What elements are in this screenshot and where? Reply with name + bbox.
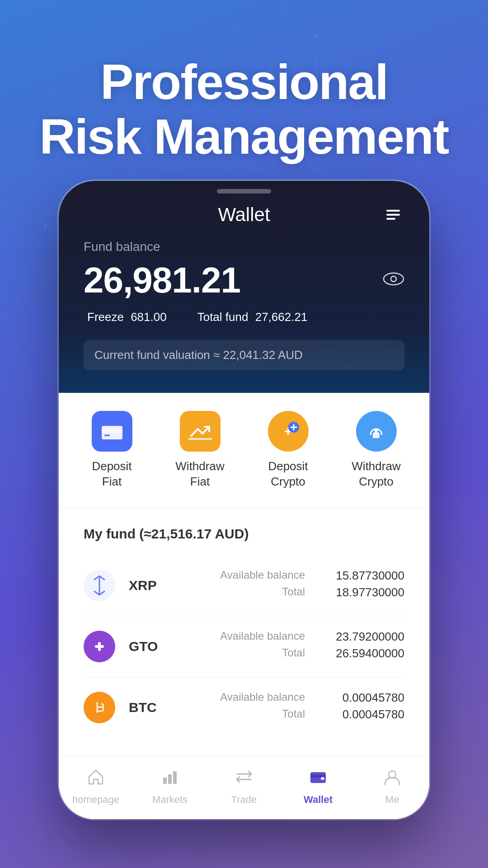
- xrp-symbol: XRP: [129, 578, 188, 593]
- nav-me-label: Me: [385, 794, 399, 806]
- svg-rect-17: [386, 218, 395, 220]
- xrp-total-value: 18.97730000: [314, 585, 404, 599]
- nav-homepage[interactable]: homepage: [66, 768, 125, 806]
- nav-markets[interactable]: Markets: [141, 768, 199, 806]
- deposit-fiat-button[interactable]: DepositFiat: [76, 411, 148, 490]
- btc-fund-item[interactable]: BTC Available balance 0.00045780 Total 0…: [84, 677, 404, 738]
- bottom-nav: homepage Markets: [59, 756, 429, 819]
- svg-point-41: [389, 771, 396, 778]
- phone-notch: [217, 189, 271, 193]
- svg-rect-28: [375, 429, 378, 434]
- freeze-detail: Freeze 681.00: [84, 310, 167, 324]
- btc-symbol: BTC: [129, 700, 188, 715]
- xrp-icon: [84, 570, 115, 601]
- wallet-dark-section: Wallet Fund balance 26,981.21: [59, 181, 429, 393]
- svg-rect-16: [386, 214, 400, 216]
- menu-icon[interactable]: [382, 203, 404, 226]
- xrp-fund-item[interactable]: XRP Available balance 15.87730000 Total …: [84, 555, 404, 616]
- nav-wallet-label: Wallet: [304, 794, 333, 806]
- xrp-total-label: Total: [282, 585, 305, 599]
- gto-fund-item[interactable]: GTO Available balance 23.79200000 Total …: [84, 616, 404, 677]
- withdraw-crypto-label: WithdrawCrypto: [352, 459, 400, 490]
- trade-icon: [235, 768, 253, 790]
- nav-markets-label: Markets: [152, 794, 188, 806]
- xrp-balances: Available balance 15.87730000 Total 18.9…: [220, 569, 404, 602]
- wallet-icon: [309, 768, 327, 790]
- actions-row: DepositFiat WithdrawFiat +: [59, 393, 429, 508]
- wallet-header: Wallet: [84, 203, 404, 226]
- gto-available-value: 23.79200000: [314, 630, 404, 644]
- svg-rect-21: [102, 429, 122, 433]
- nav-homepage-label: homepage: [72, 794, 119, 806]
- xrp-available-label: Available balance: [220, 569, 305, 583]
- btc-icon: [84, 692, 115, 723]
- svg-rect-37: [173, 771, 177, 784]
- gto-available-label: Available balance: [220, 630, 305, 644]
- svg-point-14: [361, 370, 429, 393]
- btc-total-value: 0.00045780: [314, 708, 404, 722]
- deposit-crypto-icon: +: [268, 411, 309, 452]
- svg-rect-31: [98, 642, 101, 651]
- nav-me[interactable]: Me: [363, 768, 422, 806]
- fund-balance-row: 26,981.21: [84, 259, 404, 301]
- svg-rect-36: [168, 774, 172, 784]
- svg-rect-22: [104, 434, 110, 436]
- home-icon: [87, 768, 105, 790]
- withdraw-fiat-icon: [180, 411, 221, 452]
- phone-mockup: Wallet Fund balance 26,981.21: [59, 181, 429, 819]
- deposit-crypto-button[interactable]: + DepositCrypto: [252, 411, 324, 490]
- btc-available-value: 0.00045780: [314, 691, 404, 705]
- xrp-available-value: 15.87730000: [314, 569, 404, 583]
- eye-icon[interactable]: [383, 271, 404, 290]
- deposit-fiat-icon: [92, 411, 132, 452]
- deposit-fiat-label: DepositFiat: [92, 459, 131, 490]
- my-fund-section: My fund (≈21,516.17 AUD) XRP Available b…: [59, 508, 429, 756]
- btc-total-label: Total: [282, 708, 305, 722]
- withdraw-crypto-icon: [356, 411, 397, 452]
- fund-balance-label: Fund balance: [84, 240, 404, 254]
- btc-balances: Available balance 0.00045780 Total 0.000…: [220, 691, 404, 724]
- my-fund-title: My fund (≈21,516.17 AUD): [84, 526, 404, 542]
- gto-total-value: 26.59400000: [314, 646, 404, 660]
- svg-point-13: [316, 361, 429, 393]
- svg-rect-35: [163, 778, 167, 784]
- svg-point-18: [384, 273, 404, 285]
- svg-rect-15: [386, 210, 400, 212]
- gto-balances: Available balance 23.79200000 Total 26.5…: [220, 630, 404, 663]
- wallet-title: Wallet: [106, 204, 382, 226]
- fund-amount: 26,981.21: [84, 259, 240, 301]
- page-title: Professional Risk Management: [0, 54, 488, 164]
- withdraw-crypto-button[interactable]: WithdrawCrypto: [340, 411, 413, 490]
- nav-trade[interactable]: Trade: [215, 768, 273, 806]
- btc-available-label: Available balance: [220, 691, 305, 705]
- phone-screen: Wallet Fund balance 26,981.21: [59, 181, 429, 819]
- nav-wallet[interactable]: Wallet: [289, 768, 347, 806]
- gto-icon: [84, 631, 115, 662]
- withdraw-fiat-label: WithdrawFiat: [175, 459, 224, 490]
- withdraw-fiat-button[interactable]: WithdrawFiat: [164, 411, 236, 490]
- gto-symbol: GTO: [129, 639, 188, 654]
- svg-rect-39: [310, 775, 326, 778]
- me-icon: [383, 768, 401, 790]
- gto-total-label: Total: [282, 646, 305, 660]
- svg-point-19: [391, 276, 396, 282]
- deposit-crypto-label: DepositCrypto: [268, 459, 308, 490]
- nav-trade-label: Trade: [231, 794, 257, 806]
- svg-rect-40: [321, 777, 324, 780]
- markets-icon: [161, 768, 179, 790]
